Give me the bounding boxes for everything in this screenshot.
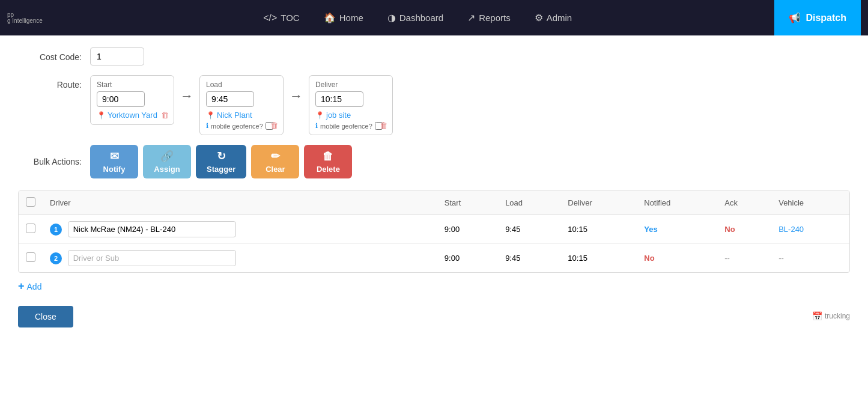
main-content: Cost Code: Route: Start 📍 Yorktown Yard … — [0, 35, 868, 402]
row2-deliver: 10:15 — [560, 244, 637, 273]
toc-icon: </> — [263, 13, 277, 23]
table-row: 1 9:00 9:45 10:15 Yes No BL-240 — [19, 215, 849, 244]
route-load-label: Load — [206, 81, 277, 89]
row2-ack: -- — [717, 244, 771, 273]
route-load-time[interactable] — [206, 91, 254, 107]
notify-icon: ✉ — [110, 150, 119, 163]
delete-icon: 🗑 — [323, 150, 333, 163]
th-driver: Driver — [43, 191, 437, 215]
th-ack: Ack — [717, 191, 771, 215]
row1-notified: Yes — [637, 215, 717, 244]
row1-start: 9:00 — [437, 215, 498, 244]
bulk-buttons: ✉ Notify 🔗 Assign ↻ Stagger ✏ Clear 🗑 De… — [90, 145, 352, 178]
pin-icon-deliver: 📍 — [315, 111, 324, 120]
row1-deliver: 10:15 — [560, 215, 637, 244]
calendar-icon: 📅 — [812, 311, 822, 321]
row1-driver-input[interactable] — [68, 221, 236, 237]
route-load-delete[interactable]: 🗑 — [270, 121, 278, 130]
th-checkbox — [19, 191, 43, 215]
row1-checkbox[interactable] — [26, 224, 35, 233]
nav-dashboard[interactable]: ◑ Dashboard — [375, 0, 455, 35]
route-start-delete[interactable]: 🗑 — [161, 111, 169, 120]
assign-button[interactable]: 🔗 Assign — [143, 145, 191, 178]
close-button[interactable]: Close — [18, 306, 73, 327]
add-row[interactable]: + Add — [18, 273, 850, 300]
route-load-location[interactable]: 📍 Nick Plant — [206, 111, 277, 120]
bulk-actions-label: Bulk Actions: — [18, 157, 90, 166]
row2-checkbox[interactable] — [26, 252, 35, 262]
driver-table-wrap: Driver Start Load Deliver Notified Ack V… — [18, 190, 850, 273]
dispatch-icon: 📢 — [789, 12, 801, 23]
plus-icon: + — [18, 280, 25, 293]
row2-notified: No — [637, 244, 717, 273]
th-notified: Notified — [637, 191, 717, 215]
route-deliver-box: Deliver 📍 job site ℹ mobile geofence? 🗑 — [309, 75, 393, 135]
row1-driver-cell: 1 — [43, 215, 437, 244]
home-icon: 🏠 — [324, 12, 336, 23]
row2-badge: 2 — [50, 252, 62, 264]
route-row: Route: Start 📍 Yorktown Yard 🗑 → Load 📍 — [18, 75, 850, 135]
nav-admin[interactable]: ⚙ Admin — [523, 0, 584, 35]
th-deliver: Deliver — [560, 191, 637, 215]
row1-load: 9:45 — [498, 215, 560, 244]
route-deliver-time[interactable] — [315, 91, 363, 107]
th-start: Start — [437, 191, 498, 215]
nav-toc[interactable]: </> TOC — [251, 0, 312, 35]
row2-load: 9:45 — [498, 244, 560, 273]
route-start-location[interactable]: 📍 Yorktown Yard — [97, 111, 168, 120]
route-arrow-2: → — [287, 88, 305, 104]
navbar: pp g Intelligence </> TOC 🏠 Home ◑ Dashb… — [0, 0, 868, 35]
row2-driver-input[interactable] — [68, 250, 236, 266]
stagger-button[interactable]: ↻ Stagger — [196, 145, 246, 178]
row2-start: 9:00 — [437, 244, 498, 273]
row1-checkbox-cell — [19, 215, 43, 244]
row2-driver-cell: 2 — [43, 244, 437, 273]
route-start-time[interactable] — [97, 91, 145, 107]
row1-vehicle: BL-240 — [771, 215, 849, 244]
cost-code-label: Cost Code: — [18, 47, 90, 62]
nav-reports[interactable]: ↗ Reports — [455, 0, 523, 35]
admin-icon: ⚙ — [535, 12, 543, 23]
dashboard-icon: ◑ — [387, 12, 396, 23]
route-deliver-geofence: ℹ mobile geofence? — [315, 122, 386, 130]
route-arrow-1: → — [178, 88, 196, 104]
route-deliver-location[interactable]: 📍 job site — [315, 111, 386, 120]
route-start-label: Start — [97, 81, 168, 89]
nav-links: </> TOC 🏠 Home ◑ Dashboard ↗ Reports ⚙ A… — [61, 0, 774, 35]
route-label: Route: — [18, 75, 90, 90]
route-start-box: Start 📍 Yorktown Yard 🗑 — [90, 75, 174, 125]
assign-icon: 🔗 — [160, 150, 174, 163]
bulk-actions-row: Bulk Actions: ✉ Notify 🔗 Assign ↻ Stagge… — [18, 145, 850, 178]
trucking-ref: 📅 trucking — [812, 311, 850, 321]
delete-button[interactable]: 🗑 Delete — [304, 145, 352, 178]
clear-button[interactable]: ✏ Clear — [251, 145, 299, 178]
cost-code-input[interactable] — [90, 47, 144, 65]
row2-checkbox-cell — [19, 244, 43, 273]
route-load-geofence: ℹ mobile geofence? — [206, 122, 277, 130]
route-container: Start 📍 Yorktown Yard 🗑 → Load 📍 Nick Pl… — [90, 75, 393, 135]
pin-icon: 📍 — [97, 111, 106, 120]
info-icon-deliver: ℹ — [315, 122, 318, 130]
reports-icon: ↗ — [467, 12, 475, 23]
th-load: Load — [498, 191, 560, 215]
notify-button[interactable]: ✉ Notify — [90, 145, 138, 178]
route-load-box: Load 📍 Nick Plant ℹ mobile geofence? 🗑 — [199, 75, 284, 135]
cost-code-row: Cost Code: — [18, 47, 850, 65]
stagger-icon: ↻ — [217, 150, 226, 163]
info-icon-load: ℹ — [206, 122, 208, 130]
driver-table: Driver Start Load Deliver Notified Ack V… — [19, 191, 849, 272]
clear-icon: ✏ — [271, 150, 280, 163]
row2-vehicle: -- — [771, 244, 849, 273]
header-checkbox[interactable] — [26, 197, 35, 207]
row1-badge: 1 — [50, 224, 62, 236]
pin-icon-load: 📍 — [206, 111, 215, 120]
nav-home[interactable]: 🏠 Home — [312, 0, 375, 35]
row1-ack: No — [717, 215, 771, 244]
route-deliver-label: Deliver — [315, 81, 386, 89]
dispatch-button[interactable]: 📢 Dispatch — [774, 0, 861, 35]
th-vehicle: Vehicle — [771, 191, 849, 215]
route-deliver-delete[interactable]: 🗑 — [380, 121, 387, 130]
table-header-row: Driver Start Load Deliver Notified Ack V… — [19, 191, 849, 215]
table-row: 2 9:00 9:45 10:15 No -- -- — [19, 244, 849, 273]
brand-logo: pp g Intelligence — [7, 12, 43, 24]
